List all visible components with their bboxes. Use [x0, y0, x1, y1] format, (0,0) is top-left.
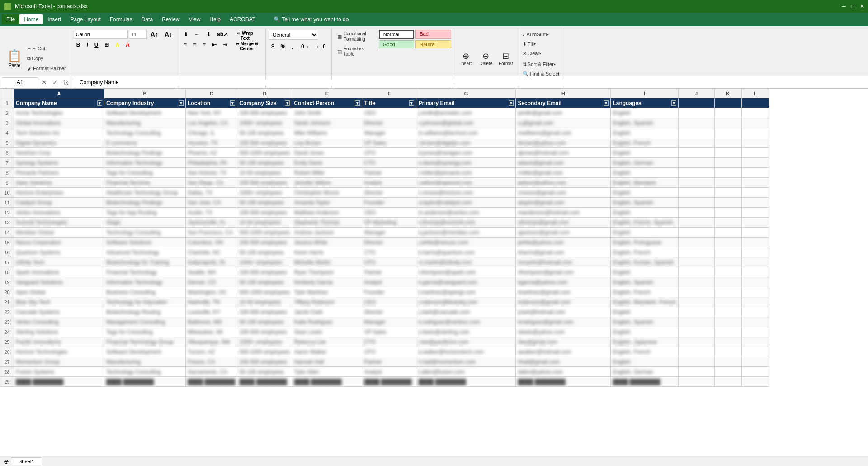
table-cell[interactable]: Manager: [362, 317, 416, 327]
filter-company-size[interactable]: ▾: [285, 100, 290, 106]
menu-help[interactable]: Help: [205, 14, 225, 24]
filter-primary-email[interactable]: ▾: [509, 100, 514, 106]
empty-cell[interactable]: [714, 337, 741, 347]
empty-cell[interactable]: [678, 208, 714, 218]
table-cell[interactable]: jclark@hotmail.com: [516, 307, 611, 317]
font-color-button[interactable]: A: [123, 40, 132, 49]
table-cell[interactable]: Tags for App Routing: [104, 208, 186, 218]
table-cell[interactable]: cmoore@gmail.com: [516, 188, 611, 198]
empty-cell[interactable]: [678, 317, 714, 327]
table-cell[interactable]: Houston, TX: [186, 138, 237, 148]
table-cell[interactable]: djones@hotmail.com: [516, 148, 611, 158]
table-cell[interactable]: kgarcia@yahoo.com: [516, 277, 611, 287]
menu-tell-me[interactable]: 🔍 Tell me what you want to do: [269, 14, 353, 24]
table-cell[interactable]: Sean Lewis: [292, 327, 362, 337]
col-header-E[interactable]: E: [292, 89, 362, 98]
maximize-btn[interactable]: □: [851, 3, 854, 10]
menu-review[interactable]: Review: [157, 14, 184, 24]
filter-location[interactable]: ▾: [230, 100, 235, 106]
wrap-text-button[interactable]: ↵ Wrap Text: [231, 30, 259, 39]
table-cell[interactable]: a.jackson@meridian.com: [416, 228, 516, 238]
empty-cell[interactable]: [714, 168, 741, 178]
col-header-J[interactable]: J: [678, 89, 714, 98]
empty-cell[interactable]: [714, 218, 741, 228]
table-cell[interactable]: San Francisco, CA: [186, 228, 237, 238]
table-cell[interactable]: Horizon Enterprises: [14, 188, 104, 198]
table-cell[interactable]: Analyst: [362, 367, 416, 377]
table-cell[interactable]: s.johnson@global.com: [416, 118, 516, 128]
table-cell[interactable]: 50-100 employees: [237, 247, 292, 257]
empty-cell[interactable]: [678, 178, 714, 188]
table-cell[interactable]: English, French, Spanish: [611, 218, 678, 228]
table-cell[interactable]: New York, NY: [186, 108, 237, 118]
header-title[interactable]: Title ▾: [362, 98, 416, 108]
top-align-button[interactable]: ⬆: [181, 30, 191, 39]
table-cell[interactable]: Founder: [362, 287, 416, 297]
table-cell[interactable]: CTO: [362, 337, 416, 347]
table-cell[interactable]: 1000+ employees: [237, 257, 292, 267]
table-cell[interactable]: Director: [362, 238, 416, 247]
empty-cell[interactable]: [678, 257, 714, 267]
cut-button[interactable]: ✂ ✂ Cut: [25, 44, 68, 53]
middle-align-button[interactable]: ↔: [192, 30, 203, 39]
conditional-formatting-button[interactable]: ▦ Conditional Formatting: [335, 30, 373, 43]
empty-cell[interactable]: [714, 148, 741, 158]
increase-indent-button[interactable]: ⇥: [220, 40, 230, 49]
table-cell[interactable]: Baltimore, MD: [186, 317, 237, 327]
empty-cell[interactable]: [714, 138, 741, 148]
table-cell[interactable]: English, Mandarin, French: [611, 297, 678, 307]
table-cell[interactable]: Christopher Moore: [292, 188, 362, 198]
table-cell[interactable]: VP Marketing: [362, 218, 416, 228]
increase-font-size-button[interactable]: A↑: [148, 30, 161, 39]
empty-cell[interactable]: [678, 108, 714, 118]
table-cell[interactable]: k.rodriguez@vertexc.com: [416, 317, 516, 327]
table-cell[interactable]: j.clark@cascade.com: [416, 307, 516, 317]
empty-cell[interactable]: [741, 247, 769, 257]
table-cell[interactable]: Technology for Education: [104, 297, 186, 307]
table-cell[interactable]: Louisville, KY: [186, 307, 237, 317]
table-cell[interactable]: s.lewis@sterling.com: [416, 327, 516, 337]
empty-cell[interactable]: [678, 198, 714, 208]
table-cell[interactable]: English: [611, 168, 678, 178]
clear-button[interactable]: ✕ Clear ▾: [521, 49, 543, 58]
empty-cell[interactable]: [741, 198, 769, 208]
add-sheet-button[interactable]: ⊕: [2, 458, 11, 465]
empty-cell[interactable]: [741, 367, 769, 377]
table-cell[interactable]: English, French: [611, 347, 678, 357]
table-cell[interactable]: 1000+ employees: [237, 337, 292, 347]
empty-cell[interactable]: [678, 238, 714, 247]
table-cell[interactable]: Denver, CO: [186, 277, 237, 287]
table-cell[interactable]: Biotechnology Findings: [104, 148, 186, 158]
empty-cell[interactable]: [714, 307, 741, 317]
empty-cell[interactable]: [714, 367, 741, 377]
table-cell[interactable]: Management Consulting: [104, 317, 186, 327]
table-cell[interactable]: CFO: [362, 148, 416, 158]
table-cell[interactable]: Kimberly Garcia: [292, 277, 362, 287]
empty-cell[interactable]: [741, 208, 769, 218]
comma-format-button[interactable]: ,: [289, 42, 296, 51]
table-cell[interactable]: k.garcia@vanguard.com: [416, 277, 516, 287]
table-cell[interactable]: Quantum Systems: [14, 247, 104, 257]
table-cell[interactable]: 50-100 employees: [237, 198, 292, 208]
table-cell[interactable]: 50-100 employees: [237, 367, 292, 377]
table-cell[interactable]: Manufacturing: [104, 357, 186, 367]
table-cell[interactable]: CEO: [362, 297, 416, 307]
header-l[interactable]: [741, 98, 769, 108]
table-cell[interactable]: Fresno, CA: [186, 357, 237, 367]
spreadsheet-wrapper[interactable]: A B C D E F G H I J K L 1: [0, 89, 868, 456]
table-cell[interactable]: j.smith@acmetec.com: [416, 108, 516, 118]
table-cell[interactable]: CEO: [362, 208, 416, 218]
table-cell[interactable]: Jessica White: [292, 238, 362, 247]
table-cell[interactable]: ataylor@gmail.com: [516, 198, 611, 208]
table-cell[interactable]: 100-500 employees: [237, 238, 292, 247]
align-right-button[interactable]: ≡: [200, 40, 208, 49]
table-cell[interactable]: l.brown@digidyn.com: [416, 138, 516, 148]
table-cell[interactable]: 500-1000 employees: [237, 347, 292, 357]
table-cell[interactable]: j.wilson@apexsol.com: [416, 178, 516, 188]
table-cell[interactable]: English, German: [611, 367, 678, 377]
table-cell[interactable]: ████ ████████: [104, 377, 186, 387]
table-cell[interactable]: Business Consulting: [104, 287, 186, 297]
table-cell[interactable]: r.miller@pinnacle.com: [416, 168, 516, 178]
table-cell[interactable]: Chicago, IL: [186, 128, 237, 138]
table-cell[interactable]: Advanced Technology: [104, 247, 186, 257]
